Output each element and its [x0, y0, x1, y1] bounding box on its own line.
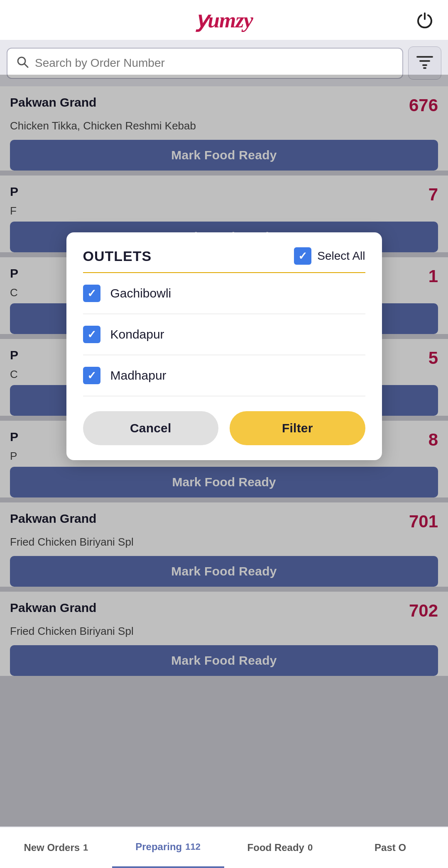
outlet-label: Kondapur — [110, 327, 164, 341]
modal-box: OUTLETS ✓ Select All ✓ Gachibowli ✓ — [66, 232, 382, 460]
modal-footer: Cancel Filter — [83, 411, 365, 445]
select-all-checkbox[interactable]: ✓ — [294, 247, 311, 265]
tab-preparing[interactable]: Preparing 112 — [112, 827, 224, 868]
search-icon — [16, 55, 29, 71]
kondapur-checkbox[interactable]: ✓ — [83, 326, 100, 343]
search-input-wrap — [7, 48, 403, 79]
outlet-label: Madhapur — [110, 368, 166, 383]
header: 𝗒umzy — [0, 0, 448, 40]
modal-overlay[interactable]: OUTLETS ✓ Select All ✓ Gachibowli ✓ — [0, 75, 448, 868]
gachibowli-checkbox[interactable]: ✓ — [83, 285, 100, 302]
tab-food-ready-label: Food Ready — [247, 842, 304, 853]
tab-preparing-label: Preparing — [135, 841, 182, 853]
svg-line-1 — [24, 63, 28, 67]
tab-new-orders-label: New Orders — [24, 842, 80, 853]
app-logo: 𝗒umzy — [195, 7, 253, 32]
filter-action-button[interactable]: Filter — [230, 411, 365, 445]
outlet-list: ✓ Gachibowli ✓ Kondapur ✓ Madhapur — [83, 273, 365, 396]
outlet-label: Gachibowli — [110, 286, 171, 300]
tab-past[interactable]: Past O — [336, 827, 448, 868]
select-all-label: Select All — [317, 249, 365, 263]
cancel-button[interactable]: Cancel — [83, 411, 218, 445]
outlet-item-kondapur[interactable]: ✓ Kondapur — [83, 314, 365, 355]
search-input[interactable] — [35, 56, 394, 70]
tab-food-ready-badge: 0 — [308, 842, 313, 853]
outlet-item-madhapur[interactable]: ✓ Madhapur — [83, 355, 365, 396]
tab-bar: New Orders 1 Preparing 112 Food Ready 0 … — [0, 827, 448, 868]
tab-past-label: Past O — [375, 842, 406, 853]
tab-food-ready[interactable]: Food Ready 0 — [224, 827, 336, 868]
modal-title: OUTLETS — [83, 248, 152, 264]
modal-header: OUTLETS ✓ Select All — [83, 247, 365, 265]
tab-preparing-badge: 112 — [185, 841, 201, 852]
tab-new-orders[interactable]: New Orders 1 — [0, 827, 112, 868]
select-all-wrap: ✓ Select All — [294, 247, 365, 265]
outlet-item-gachibowli[interactable]: ✓ Gachibowli — [83, 273, 365, 314]
tab-new-orders-badge: 1 — [83, 842, 88, 853]
madhapur-checkbox[interactable]: ✓ — [83, 367, 100, 384]
power-button[interactable] — [414, 9, 436, 31]
